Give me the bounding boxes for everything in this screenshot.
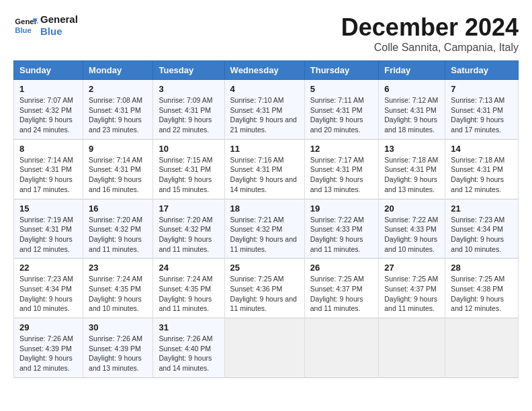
calendar-cell: 13Sunrise: 7:18 AMSunset: 4:31 PMDayligh… (379, 139, 445, 199)
day-info: Sunrise: 7:11 AMSunset: 4:31 PMDaylight:… (310, 95, 373, 135)
day-info: Sunrise: 7:22 AMSunset: 4:33 PMDaylight:… (384, 215, 439, 255)
calendar-cell: 21Sunrise: 7:23 AMSunset: 4:34 PMDayligh… (445, 199, 519, 259)
day-info: Sunrise: 7:26 AMSunset: 4:39 PMDaylight:… (19, 334, 77, 373)
day-info: Sunrise: 7:18 AMSunset: 4:31 PMDaylight:… (384, 155, 439, 195)
day-number: 2 (89, 84, 147, 94)
day-number: 27 (384, 263, 439, 273)
calendar-cell: 6Sunrise: 7:12 AMSunset: 4:31 PMDaylight… (379, 80, 445, 140)
weekday-header-wednesday: Wednesday (224, 61, 304, 80)
day-number: 12 (310, 144, 373, 154)
day-number: 14 (451, 144, 513, 154)
day-number: 3 (159, 84, 218, 94)
day-number: 13 (384, 144, 439, 154)
logo-general: General (40, 13, 78, 26)
day-info: Sunrise: 7:09 AMSunset: 4:31 PMDaylight:… (159, 95, 218, 135)
day-number: 16 (89, 203, 147, 214)
calendar-cell: 9Sunrise: 7:14 AMSunset: 4:31 PMDaylight… (83, 139, 153, 199)
calendar-cell: 23Sunrise: 7:24 AMSunset: 4:35 PMDayligh… (83, 259, 153, 318)
day-number: 10 (159, 144, 218, 154)
day-info: Sunrise: 7:14 AMSunset: 4:31 PMDaylight:… (19, 155, 77, 195)
week-row-1: 1Sunrise: 7:07 AMSunset: 4:32 PMDaylight… (14, 80, 519, 140)
calendar-cell: 14Sunrise: 7:18 AMSunset: 4:31 PMDayligh… (445, 139, 519, 199)
day-info: Sunrise: 7:15 AMSunset: 4:31 PMDaylight:… (159, 155, 218, 195)
day-number: 4 (230, 84, 299, 94)
calendar-cell: 29Sunrise: 7:26 AMSunset: 4:39 PMDayligh… (14, 318, 83, 378)
calendar-cell: 25Sunrise: 7:25 AMSunset: 4:36 PMDayligh… (224, 259, 304, 318)
weekday-header-friday: Friday (379, 61, 445, 80)
day-number: 23 (89, 263, 147, 273)
calendar-cell: 8Sunrise: 7:14 AMSunset: 4:31 PMDaylight… (14, 139, 83, 199)
calendar-cell: 15Sunrise: 7:19 AMSunset: 4:31 PMDayligh… (14, 199, 83, 259)
header: General Blue General Blue December 2024 … (13, 13, 519, 54)
day-number: 31 (159, 322, 218, 332)
calendar-cell (224, 318, 304, 378)
calendar-cell: 1Sunrise: 7:07 AMSunset: 4:32 PMDaylight… (14, 80, 83, 140)
day-info: Sunrise: 7:12 AMSunset: 4:31 PMDaylight:… (384, 95, 439, 135)
calendar-cell: 30Sunrise: 7:26 AMSunset: 4:39 PMDayligh… (83, 318, 153, 378)
calendar-cell (304, 318, 378, 378)
calendar-cell: 22Sunrise: 7:23 AMSunset: 4:34 PMDayligh… (14, 259, 83, 318)
day-number: 7 (451, 84, 513, 94)
logo-blue: Blue (40, 26, 78, 38)
day-info: Sunrise: 7:25 AMSunset: 4:36 PMDaylight:… (230, 274, 299, 314)
calendar-cell: 16Sunrise: 7:20 AMSunset: 4:32 PMDayligh… (83, 199, 153, 259)
day-info: Sunrise: 7:21 AMSunset: 4:32 PMDaylight:… (230, 215, 299, 255)
day-info: Sunrise: 7:13 AMSunset: 4:31 PMDaylight:… (451, 95, 513, 135)
day-info: Sunrise: 7:25 AMSunset: 4:37 PMDaylight:… (310, 274, 373, 314)
calendar-table: SundayMondayTuesdayWednesdayThursdayFrid… (13, 60, 519, 378)
week-row-4: 22Sunrise: 7:23 AMSunset: 4:34 PMDayligh… (14, 259, 519, 318)
day-number: 18 (230, 203, 299, 214)
day-info: Sunrise: 7:08 AMSunset: 4:31 PMDaylight:… (89, 95, 147, 135)
day-number: 5 (310, 84, 373, 94)
calendar-cell: 5Sunrise: 7:11 AMSunset: 4:31 PMDaylight… (304, 80, 378, 140)
day-info: Sunrise: 7:20 AMSunset: 4:32 PMDaylight:… (159, 215, 218, 255)
calendar-cell: 18Sunrise: 7:21 AMSunset: 4:32 PMDayligh… (224, 199, 304, 259)
week-row-2: 8Sunrise: 7:14 AMSunset: 4:31 PMDaylight… (14, 139, 519, 199)
day-number: 1 (19, 84, 77, 94)
calendar-cell: 7Sunrise: 7:13 AMSunset: 4:31 PMDaylight… (445, 80, 519, 140)
location-title: Colle Sannita, Campania, Italy (341, 42, 519, 54)
calendar-cell: 4Sunrise: 7:10 AMSunset: 4:31 PMDaylight… (224, 80, 304, 140)
calendar-cell: 2Sunrise: 7:08 AMSunset: 4:31 PMDaylight… (83, 80, 153, 140)
logo: General Blue General Blue (13, 13, 78, 38)
day-info: Sunrise: 7:20 AMSunset: 4:32 PMDaylight:… (89, 215, 147, 255)
day-info: Sunrise: 7:07 AMSunset: 4:32 PMDaylight:… (19, 95, 77, 135)
day-number: 17 (159, 203, 218, 214)
calendar-cell: 11Sunrise: 7:16 AMSunset: 4:31 PMDayligh… (224, 139, 304, 199)
title-area: December 2024 Colle Sannita, Campania, I… (341, 13, 519, 54)
calendar-cell: 27Sunrise: 7:25 AMSunset: 4:37 PMDayligh… (379, 259, 445, 318)
day-number: 11 (230, 144, 299, 154)
calendar-cell (379, 318, 445, 378)
day-number: 26 (310, 263, 373, 273)
day-number: 6 (384, 84, 439, 94)
calendar-cell: 20Sunrise: 7:22 AMSunset: 4:33 PMDayligh… (379, 199, 445, 259)
day-info: Sunrise: 7:22 AMSunset: 4:33 PMDaylight:… (310, 215, 373, 255)
day-number: 30 (89, 322, 147, 332)
weekday-header-thursday: Thursday (304, 61, 378, 80)
weekday-header-sunday: Sunday (14, 61, 83, 80)
week-row-3: 15Sunrise: 7:19 AMSunset: 4:31 PMDayligh… (14, 199, 519, 259)
day-info: Sunrise: 7:23 AMSunset: 4:34 PMDaylight:… (451, 215, 513, 255)
day-number: 21 (451, 203, 513, 214)
day-number: 19 (310, 203, 373, 214)
calendar-cell (445, 318, 519, 378)
day-number: 20 (384, 203, 439, 214)
day-info: Sunrise: 7:10 AMSunset: 4:31 PMDaylight:… (230, 95, 299, 135)
day-number: 15 (19, 203, 77, 214)
day-number: 24 (159, 263, 218, 273)
weekday-header-row: SundayMondayTuesdayWednesdayThursdayFrid… (14, 61, 519, 80)
calendar-cell: 28Sunrise: 7:25 AMSunset: 4:38 PMDayligh… (445, 259, 519, 318)
day-info: Sunrise: 7:14 AMSunset: 4:31 PMDaylight:… (89, 155, 147, 195)
day-info: Sunrise: 7:26 AMSunset: 4:39 PMDaylight:… (89, 334, 147, 373)
day-number: 28 (451, 263, 513, 273)
day-info: Sunrise: 7:16 AMSunset: 4:31 PMDaylight:… (230, 155, 299, 195)
calendar-cell: 24Sunrise: 7:24 AMSunset: 4:35 PMDayligh… (153, 259, 224, 318)
day-number: 8 (19, 144, 77, 154)
month-title: December 2024 (341, 13, 519, 42)
day-number: 9 (89, 144, 147, 154)
calendar-cell: 3Sunrise: 7:09 AMSunset: 4:31 PMDaylight… (153, 80, 224, 140)
day-info: Sunrise: 7:18 AMSunset: 4:31 PMDaylight:… (451, 155, 513, 195)
day-number: 22 (19, 263, 77, 273)
day-info: Sunrise: 7:24 AMSunset: 4:35 PMDaylight:… (159, 274, 218, 314)
day-info: Sunrise: 7:17 AMSunset: 4:31 PMDaylight:… (310, 155, 373, 195)
